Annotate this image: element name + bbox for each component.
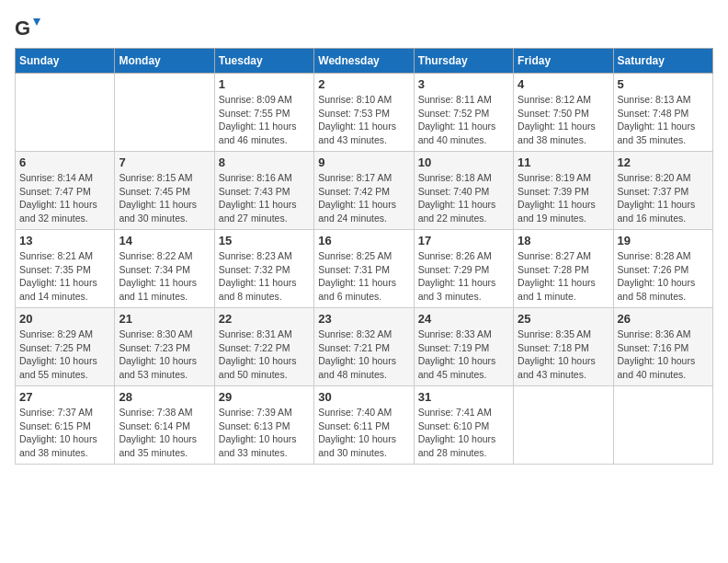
calendar-cell: 1Sunrise: 8:09 AM Sunset: 7:55 PM Daylig… [214,74,313,152]
day-number: 5 [618,77,709,91]
weekday-header: Saturday [613,49,712,74]
day-number: 31 [418,390,509,404]
calendar-cell: 15Sunrise: 8:23 AM Sunset: 7:32 PM Dayli… [214,230,313,308]
logo: G [15,15,44,40]
calendar-body: 1Sunrise: 8:09 AM Sunset: 7:55 PM Daylig… [16,74,713,465]
day-info: Sunrise: 8:15 AM Sunset: 7:45 PM Dayligh… [119,171,210,225]
day-info: Sunrise: 8:11 AM Sunset: 7:52 PM Dayligh… [418,93,509,147]
calendar-cell: 19Sunrise: 8:28 AM Sunset: 7:26 PM Dayli… [613,230,712,308]
weekday-header: Thursday [414,49,513,74]
calendar-cell: 7Sunrise: 8:15 AM Sunset: 7:45 PM Daylig… [115,152,214,230]
calendar-cell: 14Sunrise: 8:22 AM Sunset: 7:34 PM Dayli… [115,230,214,308]
calendar-cell: 23Sunrise: 8:32 AM Sunset: 7:21 PM Dayli… [314,308,414,386]
day-number: 9 [318,155,409,169]
calendar-cell: 18Sunrise: 8:27 AM Sunset: 7:28 PM Dayli… [514,230,613,308]
calendar-header: SundayMondayTuesdayWednesdayThursdayFrid… [16,49,713,74]
day-info: Sunrise: 8:21 AM Sunset: 7:35 PM Dayligh… [19,249,110,304]
day-info: Sunrise: 8:17 AM Sunset: 7:42 PM Dayligh… [318,171,409,225]
day-info: Sunrise: 8:28 AM Sunset: 7:26 PM Dayligh… [618,249,709,304]
calendar-cell [16,74,115,152]
logo-icon: G [15,15,40,40]
day-info: Sunrise: 8:14 AM Sunset: 7:47 PM Dayligh… [19,171,110,225]
day-info: Sunrise: 8:19 AM Sunset: 7:39 PM Dayligh… [518,171,609,225]
day-number: 16 [318,234,409,247]
day-number: 28 [119,390,210,404]
calendar-cell: 17Sunrise: 8:26 AM Sunset: 7:29 PM Dayli… [414,230,513,308]
day-number: 1 [219,77,310,91]
day-info: Sunrise: 8:20 AM Sunset: 7:37 PM Dayligh… [618,171,709,225]
calendar-cell: 28Sunrise: 7:38 AM Sunset: 6:14 PM Dayli… [115,386,214,465]
day-number: 23 [318,312,409,326]
calendar-cell: 13Sunrise: 8:21 AM Sunset: 7:35 PM Dayli… [16,230,115,308]
weekday-header: Wednesday [314,49,414,74]
day-number: 20 [19,312,110,326]
day-number: 30 [318,390,409,404]
day-info: Sunrise: 8:12 AM Sunset: 7:50 PM Dayligh… [518,93,609,147]
calendar-cell: 31Sunrise: 7:41 AM Sunset: 6:10 PM Dayli… [414,386,513,465]
day-info: Sunrise: 8:36 AM Sunset: 7:16 PM Dayligh… [618,327,709,382]
calendar-cell: 21Sunrise: 8:30 AM Sunset: 7:23 PM Dayli… [115,308,214,386]
day-info: Sunrise: 8:27 AM Sunset: 7:28 PM Dayligh… [518,249,609,304]
calendar-cell: 11Sunrise: 8:19 AM Sunset: 7:39 PM Dayli… [514,152,613,230]
day-info: Sunrise: 8:13 AM Sunset: 7:48 PM Dayligh… [618,93,709,147]
day-info: Sunrise: 8:26 AM Sunset: 7:29 PM Dayligh… [418,249,509,304]
calendar-week-row: 27Sunrise: 7:37 AM Sunset: 6:15 PM Dayli… [16,386,713,465]
weekday-header: Tuesday [214,49,313,74]
calendar-cell [115,74,214,152]
calendar-cell: 27Sunrise: 7:37 AM Sunset: 6:15 PM Dayli… [16,386,115,465]
calendar-cell: 5Sunrise: 8:13 AM Sunset: 7:48 PM Daylig… [613,74,712,152]
day-info: Sunrise: 8:09 AM Sunset: 7:55 PM Dayligh… [219,93,310,147]
calendar-cell: 8Sunrise: 8:16 AM Sunset: 7:43 PM Daylig… [214,152,313,230]
day-info: Sunrise: 8:29 AM Sunset: 7:25 PM Dayligh… [19,327,110,382]
day-number: 3 [418,77,509,91]
day-number: 18 [518,234,609,247]
day-number: 8 [219,155,310,169]
calendar-cell: 25Sunrise: 8:35 AM Sunset: 7:18 PM Dayli… [514,308,613,386]
day-number: 12 [618,155,709,169]
calendar-cell: 16Sunrise: 8:25 AM Sunset: 7:31 PM Dayli… [314,230,414,308]
day-number: 27 [19,390,110,404]
calendar-cell: 30Sunrise: 7:40 AM Sunset: 6:11 PM Dayli… [314,386,414,465]
svg-marker-1 [33,18,40,26]
day-info: Sunrise: 7:39 AM Sunset: 6:13 PM Dayligh… [219,406,310,460]
day-info: Sunrise: 8:30 AM Sunset: 7:23 PM Dayligh… [119,327,210,382]
calendar-cell [613,386,712,465]
calendar-cell: 3Sunrise: 8:11 AM Sunset: 7:52 PM Daylig… [414,74,513,152]
weekday-row: SundayMondayTuesdayWednesdayThursdayFrid… [16,49,713,74]
calendar-cell [514,386,613,465]
calendar-cell: 9Sunrise: 8:17 AM Sunset: 7:42 PM Daylig… [314,152,414,230]
day-info: Sunrise: 8:31 AM Sunset: 7:22 PM Dayligh… [219,327,310,382]
calendar-cell: 10Sunrise: 8:18 AM Sunset: 7:40 PM Dayli… [414,152,513,230]
day-info: Sunrise: 8:25 AM Sunset: 7:31 PM Dayligh… [318,249,409,304]
calendar-cell: 26Sunrise: 8:36 AM Sunset: 7:16 PM Dayli… [613,308,712,386]
day-info: Sunrise: 8:23 AM Sunset: 7:32 PM Dayligh… [219,249,310,304]
calendar: SundayMondayTuesdayWednesdayThursdayFrid… [15,48,713,465]
weekday-header: Sunday [16,49,115,74]
day-info: Sunrise: 8:33 AM Sunset: 7:19 PM Dayligh… [418,327,509,382]
weekday-header: Monday [115,49,214,74]
day-info: Sunrise: 8:35 AM Sunset: 7:18 PM Dayligh… [518,327,609,382]
calendar-cell: 24Sunrise: 8:33 AM Sunset: 7:19 PM Dayli… [414,308,513,386]
day-number: 10 [418,155,509,169]
day-number: 4 [518,77,609,91]
calendar-cell: 2Sunrise: 8:10 AM Sunset: 7:53 PM Daylig… [314,74,414,152]
weekday-header: Friday [514,49,613,74]
day-number: 17 [418,234,509,247]
calendar-cell: 22Sunrise: 8:31 AM Sunset: 7:22 PM Dayli… [214,308,313,386]
day-number: 15 [219,234,310,247]
day-number: 22 [219,312,310,326]
calendar-cell: 12Sunrise: 8:20 AM Sunset: 7:37 PM Dayli… [613,152,712,230]
day-info: Sunrise: 8:32 AM Sunset: 7:21 PM Dayligh… [318,327,409,382]
day-number: 7 [119,155,210,169]
calendar-week-row: 6Sunrise: 8:14 AM Sunset: 7:47 PM Daylig… [16,152,713,230]
day-number: 25 [518,312,609,326]
day-number: 2 [318,77,409,91]
calendar-cell: 6Sunrise: 8:14 AM Sunset: 7:47 PM Daylig… [16,152,115,230]
day-number: 14 [119,234,210,247]
day-info: Sunrise: 8:18 AM Sunset: 7:40 PM Dayligh… [418,171,509,225]
calendar-week-row: 13Sunrise: 8:21 AM Sunset: 7:35 PM Dayli… [16,230,713,308]
day-info: Sunrise: 8:16 AM Sunset: 7:43 PM Dayligh… [219,171,310,225]
day-number: 11 [518,155,609,169]
day-info: Sunrise: 8:10 AM Sunset: 7:53 PM Dayligh… [318,93,409,147]
calendar-cell: 29Sunrise: 7:39 AM Sunset: 6:13 PM Dayli… [214,386,313,465]
